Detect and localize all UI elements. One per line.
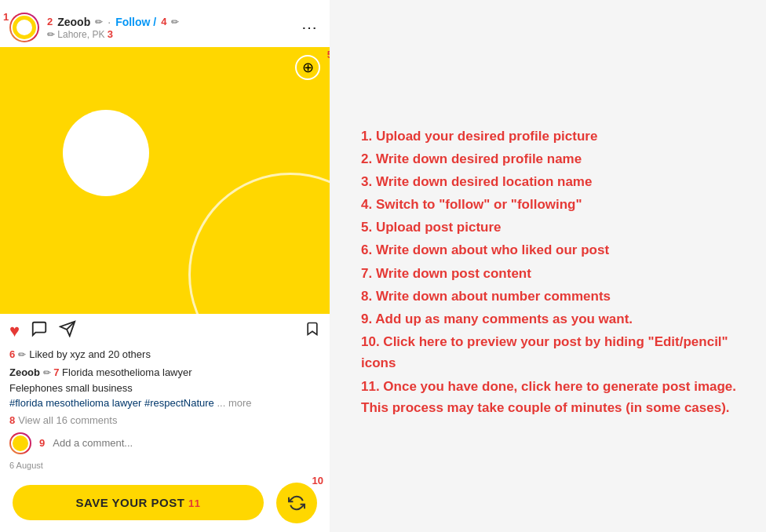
view-comments-text: View all 16 comments — [18, 414, 117, 426]
preview-button-wrapper: 10 — [276, 483, 317, 523]
avatar-placeholder — [16, 20, 32, 35]
comment-avatar — [9, 432, 31, 454]
follow-button[interactable]: Follow / — [115, 16, 156, 28]
comment-avatar-inner — [11, 434, 30, 453]
badge-10: 10 — [312, 475, 323, 486]
image-circle-decoration — [63, 110, 149, 196]
badge-4: 4 — [161, 16, 166, 27]
instruction-item: 8. Write down about number comments — [361, 286, 742, 307]
caption-username: Zeoob — [9, 366, 40, 378]
avatar — [11, 14, 38, 41]
boost-icon: ⊕ — [302, 59, 314, 76]
dot-separator: · — [108, 16, 111, 28]
username-row: 2 Zeoob ✏ · Follow / 4 ✏ — [47, 16, 298, 28]
instructions-list: 1. Upload your desired profile picture2.… — [361, 126, 742, 420]
avatar-container[interactable] — [9, 13, 39, 42]
caption-hashtags: #florida mesothelioma lawyer #respectNat… — [9, 397, 214, 409]
like-button[interactable]: ♥ — [9, 321, 20, 341]
add-comment-row: 9 — [0, 428, 330, 459]
likes-row: 6 ✏ Liked by xyz and 20 others — [0, 348, 330, 363]
caption-row: Zeoob ✏ 7 Florida mesothelioma lawyer Fe… — [0, 363, 330, 413]
post-header: 1 2 Zeoob ✏ · Follow / 4 ✏ ✏ Lahore, PK — [0, 8, 330, 47]
badge-11: 11 — [188, 497, 200, 509]
location-edit-icon[interactable]: ✏ — [47, 29, 55, 40]
caption-more-link[interactable]: ... more — [217, 397, 251, 409]
save-post-button[interactable]: SAVE YOUR POST 11 — [13, 485, 264, 520]
preview-button[interactable] — [276, 483, 317, 523]
view-comments-link[interactable]: 8 View all 16 comments — [0, 413, 330, 428]
instruction-item: 10. Click here to preview your post by h… — [361, 331, 742, 373]
image-arc-decoration — [188, 173, 330, 314]
instruction-item: 3. Write down desired location name — [361, 171, 742, 192]
badge-1: 1 — [3, 11, 9, 23]
post-preview-panel: 1 2 Zeoob ✏ · Follow / 4 ✏ ✏ Lahore, PK — [0, 0, 330, 532]
save-post-label: SAVE YOUR POST — [75, 496, 184, 509]
post-image-content — [0, 47, 330, 314]
boost-button[interactable]: ⊕ — [295, 55, 320, 80]
bottom-action-bar: SAVE YOUR POST 11 10 — [0, 476, 330, 530]
post-actions-bar: ♥ — [0, 314, 330, 348]
instruction-item: 11. Once you have done, click here to ge… — [361, 376, 742, 418]
caption-text: Florida mesothelioma lawyer — [62, 366, 192, 378]
instruction-item: 4. Switch to "follow" or "following" — [361, 194, 742, 215]
badge-2: 2 — [47, 16, 53, 27]
badge-6: 6 — [9, 348, 15, 360]
comment-button[interactable] — [31, 320, 48, 342]
more-options-button[interactable]: ⋯ — [298, 16, 320, 38]
instruction-item: 7. Write down post content — [361, 263, 742, 284]
instruction-item: 6. Write down about who liked our post — [361, 239, 742, 261]
badge-5: 5 — [327, 49, 330, 60]
badge-3: 3 — [108, 28, 113, 40]
post-image-area[interactable]: ⊕ 5 — [0, 47, 330, 314]
instructions-panel: 1. Upload your desired profile picture2.… — [330, 0, 766, 532]
badge-7: 7 — [53, 366, 59, 378]
username-edit-icon[interactable]: ✏ — [95, 16, 103, 27]
bookmark-button[interactable] — [305, 320, 320, 342]
badge-9: 9 — [39, 437, 45, 449]
caption-edit-icon[interactable]: ✏ — [43, 367, 51, 378]
likes-text: Liked by xyz and 20 others — [29, 348, 151, 360]
instruction-item: 5. Upload post picture — [361, 217, 742, 238]
location-label: Lahore, PK — [57, 29, 104, 40]
post-timestamp: 6 August — [0, 459, 330, 476]
header-info: 2 Zeoob ✏ · Follow / 4 ✏ ✏ Lahore, PK 3 — [47, 16, 298, 40]
share-button[interactable] — [59, 320, 76, 342]
instruction-item: 9. Add up as many comments as you want. — [361, 308, 742, 330]
username-label: Zeoob — [57, 16, 90, 28]
location-row: ✏ Lahore, PK 3 — [47, 28, 298, 40]
badge-8: 8 — [9, 414, 15, 426]
follow-edit-icon[interactable]: ✏ — [171, 16, 179, 27]
instruction-item: 1. Upload your desired profile picture — [361, 126, 742, 147]
likes-edit-icon[interactable]: ✏ — [18, 349, 26, 360]
add-comment-input[interactable] — [53, 437, 320, 449]
caption-line2: Felephones small business — [9, 382, 133, 394]
instruction-item: 2. Write down desired profile name — [361, 148, 742, 169]
